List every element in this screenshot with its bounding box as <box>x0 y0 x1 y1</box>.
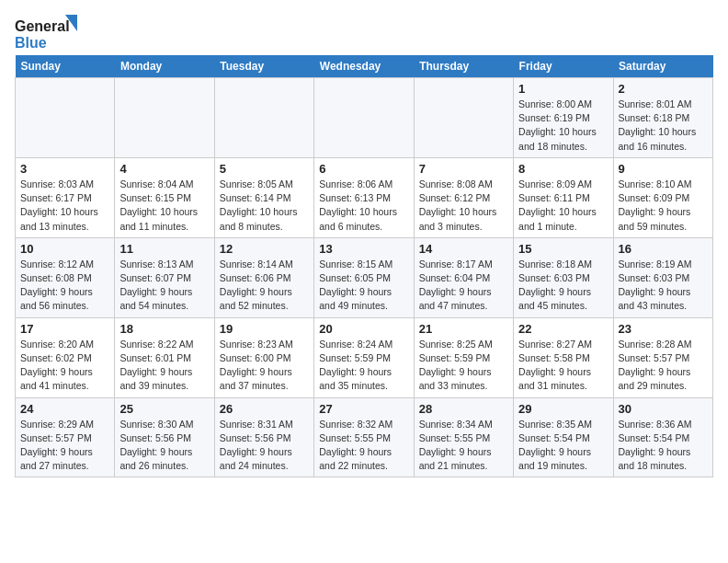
day-info: Sunrise: 8:05 AM Sunset: 6:14 PM Dayligh… <box>220 178 309 234</box>
calendar-cell <box>115 78 214 158</box>
calendar-cell: 29Sunrise: 8:35 AM Sunset: 5:54 PM Dayli… <box>514 397 613 477</box>
day-info: Sunrise: 8:04 AM Sunset: 6:15 PM Dayligh… <box>119 178 209 234</box>
calendar-cell: 6Sunrise: 8:06 AM Sunset: 6:13 PM Daylig… <box>314 157 414 237</box>
day-number: 5 <box>220 162 309 176</box>
calendar-cell: 15Sunrise: 8:18 AM Sunset: 6:03 PM Dayli… <box>514 237 613 317</box>
day-info: Sunrise: 8:12 AM Sunset: 6:08 PM Dayligh… <box>20 258 109 314</box>
day-info: Sunrise: 8:29 AM Sunset: 5:57 PM Dayligh… <box>20 418 109 474</box>
day-number: 4 <box>119 162 209 176</box>
header-saturday: Saturday <box>613 55 712 78</box>
calendar-week-1: 1Sunrise: 8:00 AM Sunset: 6:19 PM Daylig… <box>16 78 713 158</box>
calendar-table: SundayMondayTuesdayWednesdayThursdayFrid… <box>15 55 713 477</box>
day-number: 19 <box>220 322 309 336</box>
day-number: 22 <box>518 322 608 336</box>
calendar-cell: 16Sunrise: 8:19 AM Sunset: 6:03 PM Dayli… <box>613 237 712 317</box>
day-info: Sunrise: 8:32 AM Sunset: 5:55 PM Dayligh… <box>319 418 408 474</box>
day-info: Sunrise: 8:35 AM Sunset: 5:54 PM Dayligh… <box>518 418 608 474</box>
day-info: Sunrise: 8:14 AM Sunset: 6:06 PM Dayligh… <box>220 258 309 314</box>
day-info: Sunrise: 8:34 AM Sunset: 5:55 PM Dayligh… <box>419 418 508 474</box>
calendar-cell: 25Sunrise: 8:30 AM Sunset: 5:56 PM Dayli… <box>115 397 214 477</box>
header-sunday: Sunday <box>16 55 115 78</box>
day-number: 6 <box>319 162 408 176</box>
day-info: Sunrise: 8:01 AM Sunset: 6:18 PM Dayligh… <box>619 98 708 154</box>
day-number: 25 <box>119 402 209 416</box>
day-number: 21 <box>419 322 508 336</box>
day-info: Sunrise: 8:20 AM Sunset: 6:02 PM Dayligh… <box>20 338 109 394</box>
logo-svg: GeneralBlue <box>15 15 79 52</box>
day-info: Sunrise: 8:10 AM Sunset: 6:09 PM Dayligh… <box>619 178 708 234</box>
svg-text:Blue: Blue <box>15 35 47 51</box>
calendar-cell: 1Sunrise: 8:00 AM Sunset: 6:19 PM Daylig… <box>514 78 613 158</box>
calendar-cell: 21Sunrise: 8:25 AM Sunset: 5:59 PM Dayli… <box>414 317 513 397</box>
calendar-week-2: 3Sunrise: 8:03 AM Sunset: 6:17 PM Daylig… <box>16 157 713 237</box>
calendar-cell: 24Sunrise: 8:29 AM Sunset: 5:57 PM Dayli… <box>16 397 115 477</box>
day-info: Sunrise: 8:03 AM Sunset: 6:17 PM Dayligh… <box>20 178 109 234</box>
day-info: Sunrise: 8:08 AM Sunset: 6:12 PM Dayligh… <box>419 178 508 234</box>
day-number: 29 <box>518 402 608 416</box>
calendar-header-row: SundayMondayTuesdayWednesdayThursdayFrid… <box>16 55 713 78</box>
day-info: Sunrise: 8:30 AM Sunset: 5:56 PM Dayligh… <box>119 418 209 474</box>
calendar-cell: 14Sunrise: 8:17 AM Sunset: 6:04 PM Dayli… <box>414 237 513 317</box>
day-info: Sunrise: 8:27 AM Sunset: 5:58 PM Dayligh… <box>518 338 608 394</box>
calendar-cell: 26Sunrise: 8:31 AM Sunset: 5:56 PM Dayli… <box>214 397 313 477</box>
calendar-cell: 13Sunrise: 8:15 AM Sunset: 6:05 PM Dayli… <box>314 237 414 317</box>
calendar-cell <box>16 78 115 158</box>
day-info: Sunrise: 8:36 AM Sunset: 5:54 PM Dayligh… <box>619 418 708 474</box>
day-info: Sunrise: 8:18 AM Sunset: 6:03 PM Dayligh… <box>518 258 608 314</box>
day-info: Sunrise: 8:06 AM Sunset: 6:13 PM Dayligh… <box>319 178 408 234</box>
day-number: 10 <box>20 242 109 256</box>
day-info: Sunrise: 8:19 AM Sunset: 6:03 PM Dayligh… <box>619 258 708 314</box>
calendar-cell <box>314 78 414 158</box>
calendar-week-5: 24Sunrise: 8:29 AM Sunset: 5:57 PM Dayli… <box>16 397 713 477</box>
svg-text:General: General <box>15 18 70 34</box>
day-number: 3 <box>20 162 109 176</box>
calendar-week-4: 17Sunrise: 8:20 AM Sunset: 6:02 PM Dayli… <box>16 317 713 397</box>
day-info: Sunrise: 8:00 AM Sunset: 6:19 PM Dayligh… <box>518 98 608 154</box>
day-info: Sunrise: 8:23 AM Sunset: 6:00 PM Dayligh… <box>220 338 309 394</box>
day-number: 13 <box>319 242 408 256</box>
day-info: Sunrise: 8:22 AM Sunset: 6:01 PM Dayligh… <box>119 338 209 394</box>
day-number: 9 <box>619 162 708 176</box>
header-friday: Friday <box>514 55 613 78</box>
calendar-cell: 23Sunrise: 8:28 AM Sunset: 5:57 PM Dayli… <box>613 317 712 397</box>
calendar-cell: 20Sunrise: 8:24 AM Sunset: 5:59 PM Dayli… <box>314 317 414 397</box>
day-info: Sunrise: 8:09 AM Sunset: 6:11 PM Dayligh… <box>518 178 608 234</box>
day-number: 14 <box>419 242 508 256</box>
day-number: 8 <box>518 162 608 176</box>
header-monday: Monday <box>115 55 214 78</box>
calendar-cell: 4Sunrise: 8:04 AM Sunset: 6:15 PM Daylig… <box>115 157 214 237</box>
calendar-cell: 3Sunrise: 8:03 AM Sunset: 6:17 PM Daylig… <box>16 157 115 237</box>
calendar-cell: 9Sunrise: 8:10 AM Sunset: 6:09 PM Daylig… <box>613 157 712 237</box>
day-info: Sunrise: 8:24 AM Sunset: 5:59 PM Dayligh… <box>319 338 408 394</box>
day-info: Sunrise: 8:31 AM Sunset: 5:56 PM Dayligh… <box>220 418 309 474</box>
calendar-cell: 8Sunrise: 8:09 AM Sunset: 6:11 PM Daylig… <box>514 157 613 237</box>
day-number: 24 <box>20 402 109 416</box>
calendar-cell: 17Sunrise: 8:20 AM Sunset: 6:02 PM Dayli… <box>16 317 115 397</box>
calendar-cell: 7Sunrise: 8:08 AM Sunset: 6:12 PM Daylig… <box>414 157 513 237</box>
day-number: 1 <box>518 82 608 96</box>
header-wednesday: Wednesday <box>314 55 414 78</box>
day-number: 27 <box>319 402 408 416</box>
calendar-cell: 18Sunrise: 8:22 AM Sunset: 6:01 PM Dayli… <box>115 317 214 397</box>
day-number: 28 <box>419 402 508 416</box>
day-number: 30 <box>619 402 708 416</box>
calendar-week-3: 10Sunrise: 8:12 AM Sunset: 6:08 PM Dayli… <box>16 237 713 317</box>
day-number: 20 <box>319 322 408 336</box>
day-info: Sunrise: 8:28 AM Sunset: 5:57 PM Dayligh… <box>619 338 708 394</box>
calendar-cell: 11Sunrise: 8:13 AM Sunset: 6:07 PM Dayli… <box>115 237 214 317</box>
calendar-cell: 5Sunrise: 8:05 AM Sunset: 6:14 PM Daylig… <box>214 157 313 237</box>
page-header: GeneralBlue <box>15 15 713 52</box>
day-number: 12 <box>220 242 309 256</box>
calendar-cell <box>414 78 513 158</box>
logo: GeneralBlue <box>15 15 79 52</box>
day-info: Sunrise: 8:13 AM Sunset: 6:07 PM Dayligh… <box>119 258 209 314</box>
day-number: 7 <box>419 162 508 176</box>
day-number: 26 <box>220 402 309 416</box>
day-number: 15 <box>518 242 608 256</box>
day-number: 2 <box>619 82 708 96</box>
calendar-cell <box>214 78 313 158</box>
day-number: 18 <box>119 322 209 336</box>
header-tuesday: Tuesday <box>214 55 313 78</box>
calendar-cell: 12Sunrise: 8:14 AM Sunset: 6:06 PM Dayli… <box>214 237 313 317</box>
calendar-cell: 27Sunrise: 8:32 AM Sunset: 5:55 PM Dayli… <box>314 397 414 477</box>
